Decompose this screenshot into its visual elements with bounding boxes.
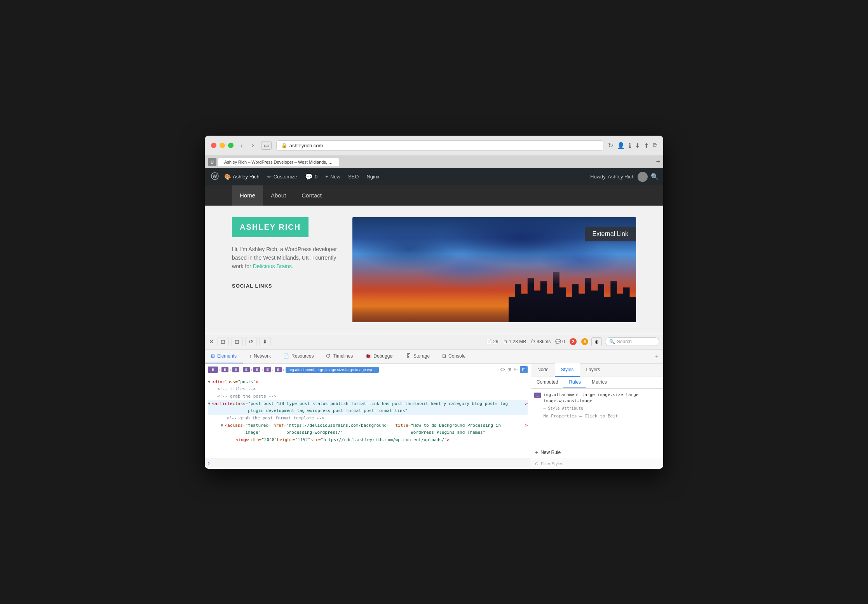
subtab-metrics[interactable]: Metrics bbox=[586, 377, 612, 388]
subtab-computed[interactable]: Computed bbox=[531, 377, 563, 388]
browser-actions: ↻ 👤 ℹ ⬇ ⬆ ⧉ bbox=[608, 142, 657, 149]
share-button[interactable]: ⬆ bbox=[644, 142, 649, 149]
refresh-button[interactable]: ↻ bbox=[608, 142, 613, 149]
download-button[interactable]: ⬇ bbox=[635, 142, 640, 149]
code-line-1: ▼ <div class="posts" > bbox=[208, 379, 528, 386]
triangle-4[interactable]: ▼ bbox=[208, 400, 211, 408]
css-no-props[interactable]: No Properties — Click to Edit bbox=[543, 414, 660, 419]
breadcrumb-e4[interactable]: E bbox=[243, 367, 250, 372]
right-tab-node[interactable]: Node bbox=[531, 363, 555, 377]
right-subtabs: Computed Rules Metrics bbox=[531, 377, 663, 389]
bc-edit-btn[interactable]: ✏ bbox=[514, 366, 518, 373]
tab-resources[interactable]: 📄 Resources bbox=[277, 349, 320, 363]
new-rule-plus-icon: + bbox=[535, 449, 538, 456]
stat-files: 📄 29 bbox=[486, 339, 498, 344]
css-selector[interactable]: img.attachment-large-image.size-large-im… bbox=[543, 392, 660, 405]
nav-item-about[interactable]: About bbox=[263, 185, 294, 206]
devtools-close-button[interactable]: ✕ bbox=[209, 337, 214, 346]
code-line-7: <img width="2048" height="1152" src="htt… bbox=[208, 436, 528, 444]
site-name-label: Ashley Rich bbox=[233, 174, 260, 180]
breadcrumb-selected[interactable]: img.attachment-large-image.size-large-im… bbox=[286, 367, 379, 373]
nav-item-contact[interactable]: Contact bbox=[294, 185, 329, 206]
css-meta: — Style Attribute bbox=[543, 406, 660, 410]
breadcrumb-e3[interactable]: E bbox=[232, 367, 239, 372]
expand-arrow[interactable]: › bbox=[205, 458, 531, 468]
user-icon-button[interactable]: 👤 bbox=[617, 142, 625, 149]
admin-bar-search-icon[interactable]: 🔍 bbox=[651, 173, 659, 180]
code-line-3: <!-- grab the posts --> bbox=[208, 393, 528, 400]
devtools-download-button[interactable]: ⬇ bbox=[260, 337, 270, 346]
url-bar[interactable]: 🔒 ashleyrich.com bbox=[276, 140, 603, 151]
stat-memory: 🗋 1.28 MB bbox=[503, 339, 526, 344]
dom-tree: ▼ <div class="posts" > <!-- titles --> <… bbox=[205, 376, 531, 458]
admin-bar-customize[interactable]: ✏ Customize bbox=[263, 168, 301, 185]
bc-arrow-6: › bbox=[272, 368, 274, 372]
tab-title: Ashley Rich – WordPress Developer – West… bbox=[224, 160, 333, 164]
add-panel-button[interactable]: + bbox=[650, 353, 663, 360]
tab-elements[interactable]: ⊞ Elements bbox=[205, 349, 243, 363]
sidebar-toggle-button[interactable]: ▭ bbox=[261, 141, 272, 150]
admin-bar-new[interactable]: + New bbox=[321, 168, 344, 185]
tab-network[interactable]: ↕ Network bbox=[243, 349, 277, 363]
tab-debugger[interactable]: 🐞 Debugger bbox=[359, 349, 400, 363]
warnings-badge: 5 bbox=[581, 338, 588, 345]
bio-link[interactable]: Delicious Brains. bbox=[253, 263, 293, 269]
filter-styles-bar[interactable]: ⊙ Filter Styles bbox=[531, 459, 663, 469]
right-tab-styles[interactable]: Styles bbox=[555, 363, 580, 377]
devtools-split-button[interactable]: ⊟ bbox=[232, 337, 242, 346]
bc-node-btn[interactable]: ⊡ bbox=[520, 366, 528, 373]
forward-button[interactable]: › bbox=[249, 141, 256, 150]
site-navigation: Home About Contact bbox=[205, 185, 663, 206]
site-bio: Hi, I'm Ashley Rich, a WordPress develop… bbox=[232, 245, 341, 271]
console-label: Console bbox=[448, 353, 465, 359]
rules-label: Rules bbox=[569, 379, 581, 385]
breadcrumb-e2[interactable]: E bbox=[221, 367, 228, 372]
new-rule-button[interactable]: + New Rule bbox=[531, 446, 663, 459]
admin-bar-site-name[interactable]: 🎨 Ashley Rich bbox=[220, 168, 263, 185]
seo-label: SEO bbox=[348, 174, 359, 180]
back-button[interactable]: ‹ bbox=[238, 141, 245, 150]
admin-bar-nginx[interactable]: Nginx bbox=[363, 168, 383, 185]
devtools-search-box[interactable]: 🔍 Search bbox=[605, 337, 659, 346]
tab-timelines[interactable]: ⏱ Timelines bbox=[320, 349, 359, 363]
breadcrumb-e5[interactable]: E bbox=[253, 367, 260, 372]
nav-home-label: Home bbox=[240, 192, 255, 199]
breadcrumb-e1[interactable]: E bbox=[208, 367, 218, 373]
maximize-button[interactable] bbox=[228, 143, 234, 148]
nav-item-home[interactable]: Home bbox=[232, 185, 263, 206]
subtab-rules[interactable]: Rules bbox=[563, 377, 586, 388]
bc-grid-btn[interactable]: ⊞ bbox=[507, 366, 511, 373]
devtools-dock-button[interactable]: ⊡ bbox=[218, 337, 228, 346]
admin-bar-seo[interactable]: SEO bbox=[344, 168, 363, 185]
tag-div[interactable]: <div bbox=[212, 379, 223, 386]
minimize-button[interactable] bbox=[220, 143, 225, 148]
admin-bar-comments[interactable]: 💬 0 bbox=[301, 168, 321, 185]
breadcrumb-e6[interactable]: E bbox=[264, 367, 271, 372]
devtools-reload-button[interactable]: ↺ bbox=[246, 337, 256, 346]
timelines-label: Timelines bbox=[333, 353, 353, 359]
node-tab-label: Node bbox=[537, 367, 549, 372]
debugger-label: Debugger bbox=[373, 353, 394, 359]
right-tab-layers[interactable]: Layers bbox=[580, 363, 606, 377]
breadcrumb-e7[interactable]: E bbox=[275, 367, 282, 372]
triangle-6[interactable]: ▼ bbox=[221, 422, 223, 429]
resources-icon: 📄 bbox=[283, 353, 289, 359]
bc-code-btn[interactable]: <> bbox=[500, 366, 505, 373]
tab-storage[interactable]: 🗄 Storage bbox=[400, 349, 436, 363]
active-tab[interactable]: Ashley Rich – WordPress Developer – West… bbox=[218, 158, 339, 166]
new-tab-button[interactable]: + bbox=[656, 158, 660, 166]
selector-block: img.attachment-large-image.size-large-im… bbox=[543, 392, 660, 422]
tab-u-button[interactable]: U bbox=[208, 158, 216, 166]
code-line-4[interactable]: ▼ <article class="post post-438 type-pos… bbox=[208, 400, 528, 415]
tab-console[interactable]: ⊡ Console bbox=[436, 349, 472, 363]
wp-logo-button[interactable]: W bbox=[209, 171, 220, 182]
info-button[interactable]: ℹ bbox=[629, 142, 631, 149]
browser-titlebar: ‹ › ▭ 🔒 ashleyrich.com ↻ 👤 ℹ ⬇ ⬆ ⧉ bbox=[205, 136, 663, 156]
close-button[interactable] bbox=[211, 143, 216, 148]
external-link-badge[interactable]: External Link bbox=[585, 227, 636, 241]
triangle-1[interactable]: ▼ bbox=[208, 379, 211, 386]
metrics-label: Metrics bbox=[592, 379, 607, 385]
devtools-location-button[interactable]: ⊕ bbox=[591, 337, 602, 346]
network-icon: ↕ bbox=[249, 353, 251, 359]
tab-overview-button[interactable]: ⧉ bbox=[653, 142, 657, 149]
